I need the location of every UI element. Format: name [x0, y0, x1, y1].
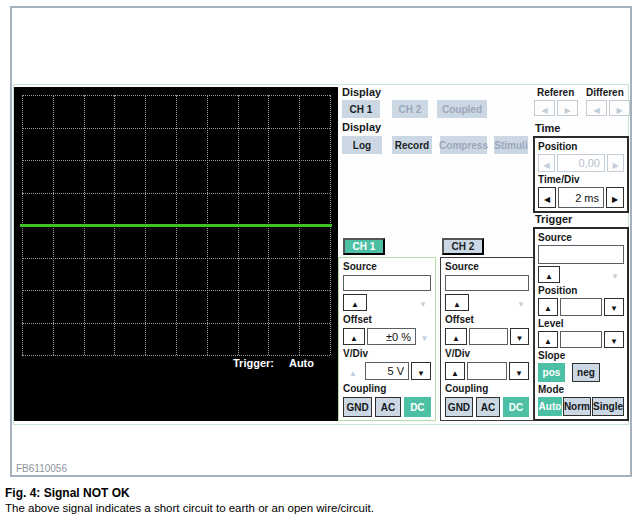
display-compress-button[interactable]: Compress: [440, 136, 487, 154]
differen-left-button[interactable]: [586, 100, 607, 116]
differen-right-button[interactable]: [609, 100, 630, 116]
referen-label: Referen: [537, 87, 574, 98]
ch2-vdiv-label: V/Div: [445, 348, 529, 359]
display-ch1-button[interactable]: CH 1: [342, 100, 380, 118]
arrow-up-icon: [350, 329, 358, 344]
scope-gridline-horizontal: [22, 95, 330, 96]
arrow-up-icon: [544, 332, 552, 347]
trigger-level-field[interactable]: [560, 331, 602, 348]
arrow-down-icon: [419, 295, 427, 310]
trigger-label: Trigger: [535, 214, 572, 225]
ch2-coupling-ac-button[interactable]: AC: [476, 397, 500, 417]
ch1-coupling-ac-button[interactable]: AC: [375, 397, 400, 417]
ch2-vdiv-down-button[interactable]: [509, 362, 529, 380]
ch1-vdiv-up-button[interactable]: [343, 362, 363, 380]
trigger-mode-label: Mode: [538, 384, 624, 395]
arrow-up-icon: [453, 295, 461, 310]
mode-single-button[interactable]: Single: [592, 397, 624, 416]
scope-grid: [22, 95, 330, 355]
trigger-position-down-button[interactable]: [604, 298, 624, 315]
ch2-source-label: Source: [445, 261, 529, 272]
ch2-source-field[interactable]: [445, 275, 529, 291]
spacer: [471, 294, 511, 311]
ch1-source-up-button[interactable]: [343, 294, 367, 311]
time-div-increase-button[interactable]: [606, 187, 624, 208]
ch2-offset-label: Offset: [445, 314, 529, 325]
ch2-offset-up-button[interactable]: [445, 328, 467, 345]
trigger-level-up-button[interactable]: [538, 331, 558, 348]
mode-norm-button[interactable]: Norm: [563, 397, 591, 416]
ch1-coupling-label: Coupling: [343, 383, 431, 394]
time-div-field[interactable]: [558, 187, 604, 208]
ch1-coupling-dc-button[interactable]: DC: [404, 397, 431, 417]
arrow-left-icon: [544, 190, 550, 205]
scope-gridline-horizontal: [22, 323, 330, 324]
arrow-right-icon: [612, 190, 618, 205]
trigger-position-field[interactable]: [560, 298, 602, 315]
scope-gridline-horizontal: [22, 290, 330, 291]
arrow-up-icon: [452, 329, 460, 344]
time-label: Time: [535, 123, 560, 134]
scope-gridline-horizontal: [22, 258, 330, 259]
tab-ch1[interactable]: CH 1: [343, 238, 385, 255]
spacer: [369, 294, 413, 311]
ch2-coupling-label: Coupling: [445, 383, 529, 394]
mode-auto-button[interactable]: Auto: [538, 397, 562, 416]
ch1-source-down-button[interactable]: [415, 294, 431, 311]
display-log-button[interactable]: Log: [342, 136, 382, 154]
figure-caption-body: The above signal indicates a short circu…: [5, 502, 374, 514]
trigger-slope-label: Slope: [538, 350, 624, 361]
trigger-position-label: Position: [538, 285, 624, 296]
ch1-vdiv-field[interactable]: [365, 362, 409, 380]
ch2-offset-down-button[interactable]: [510, 328, 529, 345]
ch1-offset-up-button[interactable]: [343, 328, 365, 345]
trigger-panel: Source Position Level Slope: [533, 227, 629, 421]
arrow-left-icon: [593, 101, 599, 116]
trigger-level-down-button[interactable]: [604, 331, 624, 348]
display-record-button[interactable]: Record: [392, 136, 432, 154]
ch2-source-up-button[interactable]: [445, 294, 469, 311]
figure-id: FB6110056: [16, 463, 67, 474]
trigger-source-up-button[interactable]: [538, 266, 560, 283]
ch2-coupling-dc-button[interactable]: DC: [503, 397, 529, 417]
time-panel: Position Time/Div: [533, 136, 629, 213]
ch1-coupling-gnd-button[interactable]: GND: [343, 397, 372, 417]
scope-gridline-horizontal: [22, 355, 330, 356]
trigger-status-value: Auto: [289, 357, 314, 369]
ch2-source-down-button[interactable]: [513, 294, 529, 311]
ch2-vdiv-up-button[interactable]: [445, 362, 465, 380]
ch1-offset-down-button[interactable]: [418, 328, 431, 345]
referen-right-button[interactable]: [557, 100, 578, 116]
display-ch2-button[interactable]: CH 2: [392, 100, 428, 118]
scope-display: Trigger: Auto: [14, 87, 338, 421]
display-stimuli-button[interactable]: Stimuli: [494, 136, 528, 154]
trigger-source-field[interactable]: [538, 245, 624, 264]
ch2-coupling-gnd-button[interactable]: GND: [445, 397, 473, 417]
arrow-down-icon: [610, 332, 618, 347]
trigger-position-up-button[interactable]: [538, 298, 558, 315]
scope-gridline-horizontal: [22, 193, 330, 194]
time-position-field[interactable]: [557, 154, 605, 172]
ch2-vdiv-field[interactable]: [467, 362, 507, 380]
arrow-up-icon: [351, 295, 359, 310]
arrow-left-icon: [541, 101, 547, 116]
ch2-offset-field[interactable]: [469, 328, 508, 345]
time-position-decrease-button[interactable]: [538, 154, 555, 172]
arrow-up-icon: [545, 267, 553, 282]
display-coupled-button[interactable]: Coupled: [437, 100, 487, 118]
trigger-source-down-button[interactable]: [606, 266, 624, 283]
time-position-increase-button[interactable]: [607, 154, 624, 172]
arrow-up-icon: [349, 364, 357, 379]
ch1-offset-field[interactable]: [367, 328, 416, 345]
arrow-down-icon: [516, 329, 524, 344]
spacer: [562, 266, 604, 283]
time-div-decrease-button[interactable]: [538, 187, 556, 208]
tab-ch2[interactable]: CH 2: [442, 238, 484, 255]
slope-pos-button[interactable]: pos: [538, 363, 565, 382]
referen-left-button[interactable]: [534, 100, 555, 116]
arrow-down-icon: [515, 364, 523, 379]
trigger-level-label: Level: [538, 318, 624, 329]
ch1-source-field[interactable]: [343, 275, 431, 291]
ch1-vdiv-down-button[interactable]: [411, 362, 431, 380]
slope-neg-button[interactable]: neg: [572, 363, 600, 382]
